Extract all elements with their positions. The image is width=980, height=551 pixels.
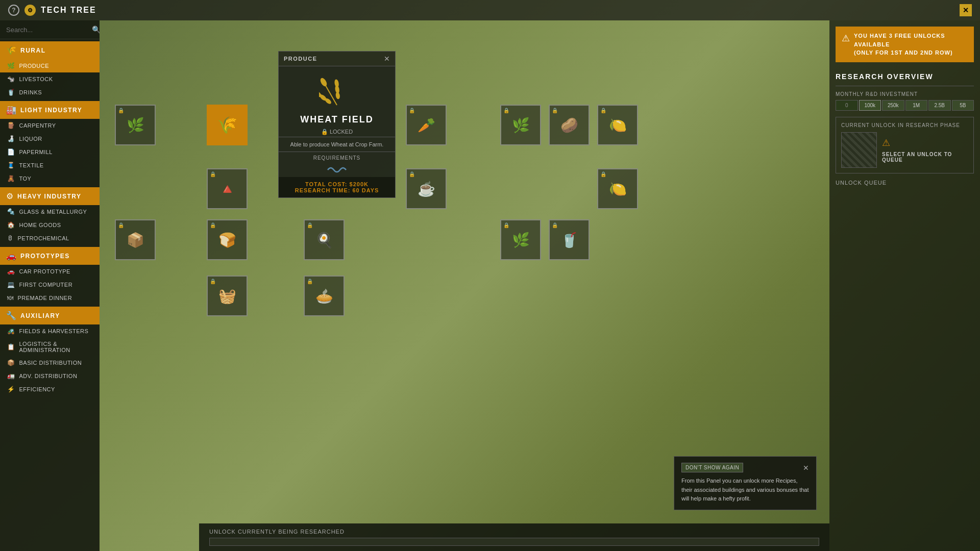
category-header-heavy-industry[interactable]: ⚙ HEAVY INDUSTRY xyxy=(0,187,100,205)
node-box[interactable]: 🔒 📦 xyxy=(115,219,156,260)
modal-produce: PRODUCE ✕ WHEAT FIELD xyxy=(278,51,396,198)
current-unlock-section: CURRENT UNLOCK IN RESEARCH PHASE ⚠ SELEC… xyxy=(836,117,974,173)
rd-btn-5b[interactable]: 5B xyxy=(952,100,974,111)
sidebar-item-papermill[interactable]: 📄 PAPERMILL xyxy=(0,145,100,159)
computer-label: FIRST COMPUTER xyxy=(19,282,73,288)
carpentry-icon: 🪵 xyxy=(7,122,15,129)
car-label: CAR PROTOTYPE xyxy=(19,268,70,274)
node-wheat[interactable]: 🌾 xyxy=(207,105,248,145)
modal-description: Able to produce Wheat at Crop Farm. xyxy=(279,137,395,152)
prototypes-cat-icon: 🚗 xyxy=(6,251,16,261)
rd-btn-0[interactable]: 0 xyxy=(836,100,858,111)
sidebar-item-livestock[interactable]: 🐄 LIVESTOCK xyxy=(0,72,100,86)
node-herbs[interactable]: 🔒 🌿 xyxy=(500,219,541,260)
sidebar-item-home-goods[interactable]: 🏠 HOME GOODS xyxy=(0,218,100,232)
modal-requirements-label: REQUIREMENTS xyxy=(279,152,395,163)
liquor-label: LIQUOR xyxy=(19,136,42,142)
unlock-placeholder xyxy=(841,132,877,168)
lock-icon-7: 🔒 xyxy=(210,171,216,177)
adv-dist-icon: 🚛 xyxy=(7,372,15,380)
sidebar-item-textile[interactable]: 🧵 TEXTILE xyxy=(0,159,100,172)
lock-icon-1: 🔒 xyxy=(118,108,124,113)
sidebar-item-efficiency[interactable]: ⚡ EFFICIENCY xyxy=(0,383,100,396)
textile-icon: 🧵 xyxy=(7,162,15,169)
sidebar-item-computer[interactable]: 💻 FIRST COMPUTER xyxy=(0,278,100,291)
current-unlock-body: ⚠ SELECT AN UNLOCK TO QUEUE xyxy=(841,132,968,168)
drinks-icon: 🥤 xyxy=(7,89,15,96)
node-pot[interactable]: 🔒 🍳 xyxy=(304,219,345,260)
sidebar-item-toy[interactable]: 🧸 TOY xyxy=(0,172,100,185)
sidebar-item-petrochemical[interactable]: 🛢 PETROCHEMICAL xyxy=(0,232,100,245)
node-can[interactable]: 🔒 🥤 xyxy=(549,219,590,260)
sidebar: 🔍 🌾 RURAL 🌿 PRODUCE 🐄 LIVESTOCK 🥤 DRINKS… xyxy=(0,20,100,551)
sidebar-item-adv-dist[interactable]: 🚛 ADV. DISTRIBUTION xyxy=(0,369,100,383)
node-citrus[interactable]: 🔒 🍋 xyxy=(597,105,638,145)
monthly-rd-label: MONTHLY R&D INVESTMENT xyxy=(836,91,974,97)
livestock-label: LIVESTOCK xyxy=(19,76,53,82)
car-icon: 🚗 xyxy=(7,268,15,275)
modal-cost-row: TOTAL COST: $200K RESEARCH TIME: 60 DAYS xyxy=(279,177,395,197)
unlock-queue-label: SELECT AN UNLOCK TO QUEUE xyxy=(882,152,952,163)
node-basket[interactable]: 🔒 🧺 xyxy=(207,276,248,316)
node-seeds[interactable]: 🔒 🌿 xyxy=(115,105,156,145)
node-pie[interactable]: 🔒 🥧 xyxy=(304,276,345,316)
sidebar-item-produce[interactable]: 🌿 PRODUCE xyxy=(0,59,100,72)
node-flour[interactable]: 🔒 🔺 xyxy=(207,168,248,209)
node-carrot[interactable]: 🔒 🥕 xyxy=(406,105,447,145)
top-bar: ? ⚙ TECH TREE ✕ xyxy=(0,0,980,20)
node-hops[interactable]: 🔒 🌿 xyxy=(500,105,541,145)
requirements-wave-icon xyxy=(327,165,347,175)
modal-item-name: WHEAT FIELD xyxy=(279,114,395,127)
home-goods-label: HOME GOODS xyxy=(19,222,61,228)
premade-label: PREMADE DINNER xyxy=(18,295,72,301)
lock-icon-13: 🔒 xyxy=(503,222,509,228)
node-bread[interactable]: 🔒 🍞 xyxy=(207,219,248,260)
sidebar-item-drinks[interactable]: 🥤 DRINKS xyxy=(0,86,100,99)
carpentry-label: CARPENTRY xyxy=(19,122,56,129)
logistics-label: LOGISTICS & ADMINISTRATION xyxy=(19,341,93,353)
modal-time-label: RESEARCH TIME: xyxy=(295,187,353,193)
close-button[interactable]: ✕ xyxy=(960,4,972,16)
fields-label: FIELDS & HARVESTERS xyxy=(19,328,89,334)
rd-btn-100k[interactable]: 100k xyxy=(859,100,881,111)
category-header-auxiliary[interactable]: 🔧 AUXILIARY xyxy=(0,307,100,324)
liquor-icon: 🍶 xyxy=(7,135,15,142)
help-icon[interactable]: ? xyxy=(8,5,19,16)
node-oil[interactable]: 🔒 🍋 xyxy=(597,168,638,209)
monthly-rd-section: MONTHLY R&D INVESTMENT 0 100k 250k 1M 2.… xyxy=(836,91,974,111)
dont-show-button[interactable]: DON'T SHOW AGAIN xyxy=(681,463,743,472)
search-bar: 🔍 xyxy=(0,20,100,39)
modal-close-button[interactable]: ✕ xyxy=(384,55,390,63)
unlock-currently-label: UNLOCK CURRENTLY BEING RESEARCHED xyxy=(209,529,819,535)
drinks-label: DRINKS xyxy=(19,89,42,95)
sidebar-item-glass[interactable]: 🔩 GLASS & METALLURGY xyxy=(0,205,100,218)
sidebar-item-logistics[interactable]: 📋 LOGISTICS & ADMINISTRATION xyxy=(0,338,100,356)
sidebar-item-fields[interactable]: 🚜 FIELDS & HARVESTERS xyxy=(0,324,100,338)
node-tea[interactable]: 🔒 ☕ xyxy=(406,168,447,209)
search-icon: 🔍 xyxy=(92,26,100,34)
sidebar-item-car[interactable]: 🚗 CAR PROTOTYPE xyxy=(0,265,100,278)
sidebar-item-carpentry[interactable]: 🪵 CARPENTRY xyxy=(0,119,100,132)
sidebar-item-basic-dist[interactable]: 📦 BASIC DISTRIBUTION xyxy=(0,356,100,369)
app-icon: ⚙ xyxy=(24,5,36,16)
fields-icon: 🚜 xyxy=(7,328,15,335)
rural-label: RURAL xyxy=(20,47,46,54)
category-header-rural[interactable]: 🌾 RURAL xyxy=(0,41,100,59)
right-panel: ⚠ YOU HAVE 3 FREE UNLOCKS AVAILABLE (ONL… xyxy=(829,20,980,551)
rd-btn-1m[interactable]: 1M xyxy=(905,100,928,111)
petrochemical-label: PETROCHEMICAL xyxy=(18,235,69,241)
modal-locked-label: 🔒 LOCKED xyxy=(321,129,353,135)
unlock-select-text: ⚠ SELECT AN UNLOCK TO QUEUE xyxy=(882,137,952,163)
rd-btn-2b[interactable]: 2.5B xyxy=(928,100,951,111)
tooltip-close-button[interactable]: ✕ xyxy=(803,464,809,472)
lock-icon-8: 🔒 xyxy=(409,171,415,177)
category-prototypes: 🚗 PROTOTYPES 🚗 CAR PROTOTYPE 💻 FIRST COM… xyxy=(0,247,100,305)
category-header-prototypes[interactable]: 🚗 PROTOTYPES xyxy=(0,247,100,265)
rd-btn-250k[interactable]: 250k xyxy=(882,100,904,111)
sidebar-item-liquor[interactable]: 🍶 LIQUOR xyxy=(0,132,100,145)
sidebar-item-premade[interactable]: 🍽 PREMADE DINNER xyxy=(0,291,100,305)
search-input[interactable] xyxy=(6,26,92,34)
modal-title: PRODUCE xyxy=(284,56,317,62)
node-potato[interactable]: 🔒 🥔 xyxy=(549,105,590,145)
category-header-light-industry[interactable]: 🏭 LIGHT INDUSTRY xyxy=(0,101,100,119)
